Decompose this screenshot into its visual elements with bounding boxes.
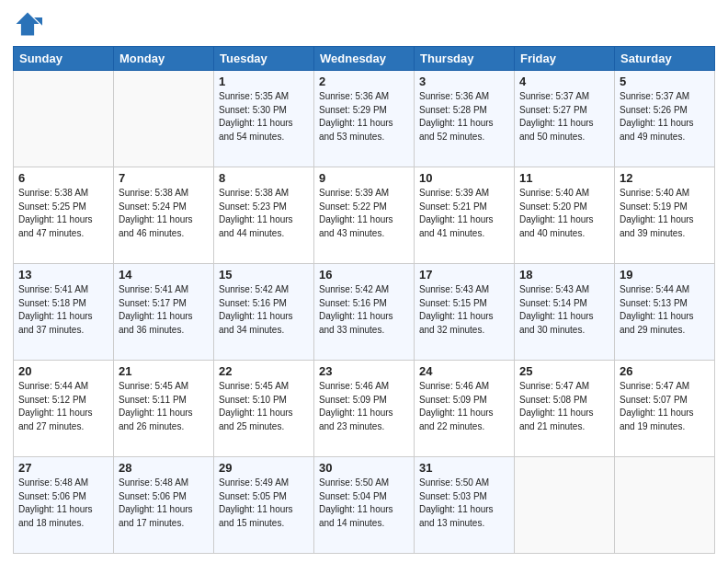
day-info: Sunrise: 5:38 AM Sunset: 5:24 PM Dayligh… (119, 187, 209, 240)
weekday-header-tuesday: Tuesday (214, 47, 314, 71)
day-info: Sunrise: 5:42 AM Sunset: 5:16 PM Dayligh… (219, 283, 309, 337)
day-number: 29 (219, 461, 309, 475)
calendar-week-1: 1Sunrise: 5:35 AM Sunset: 5:30 PM Daylig… (14, 71, 715, 167)
calendar-week-3: 13Sunrise: 5:41 AM Sunset: 5:18 PM Dayli… (14, 264, 715, 361)
day-number: 22 (219, 364, 309, 378)
day-number: 20 (18, 364, 108, 378)
day-info: Sunrise: 5:45 AM Sunset: 5:11 PM Dayligh… (119, 380, 209, 433)
day-number: 8 (219, 171, 309, 185)
day-info: Sunrise: 5:50 AM Sunset: 5:04 PM Dayligh… (319, 477, 409, 530)
day-number: 6 (18, 171, 108, 185)
day-info: Sunrise: 5:37 AM Sunset: 5:26 PM Dayligh… (620, 90, 710, 144)
day-number: 12 (620, 171, 710, 185)
day-info: Sunrise: 5:50 AM Sunset: 5:03 PM Dayligh… (419, 477, 509, 530)
calendar-cell (114, 71, 214, 167)
day-number: 27 (18, 461, 108, 475)
page-header (13, 9, 715, 39)
day-info: Sunrise: 5:35 AM Sunset: 5:30 PM Dayligh… (219, 90, 309, 144)
calendar-cell: 14Sunrise: 5:41 AM Sunset: 5:17 PM Dayli… (114, 264, 214, 361)
calendar-cell: 25Sunrise: 5:47 AM Sunset: 5:08 PM Dayli… (515, 361, 615, 457)
day-info: Sunrise: 5:38 AM Sunset: 5:25 PM Dayligh… (18, 187, 108, 240)
day-number: 9 (319, 171, 409, 185)
day-number: 14 (119, 268, 209, 282)
calendar-cell: 7Sunrise: 5:38 AM Sunset: 5:24 PM Daylig… (114, 167, 214, 264)
day-info: Sunrise: 5:47 AM Sunset: 5:07 PM Dayligh… (620, 380, 710, 433)
calendar-cell: 26Sunrise: 5:47 AM Sunset: 5:07 PM Dayli… (615, 361, 715, 457)
calendar-cell: 4Sunrise: 5:37 AM Sunset: 5:27 PM Daylig… (515, 71, 615, 167)
day-number: 4 (519, 75, 609, 88)
calendar-week-2: 6Sunrise: 5:38 AM Sunset: 5:25 PM Daylig… (14, 167, 715, 264)
weekday-header-thursday: Thursday (415, 47, 515, 71)
svg-marker-0 (17, 13, 40, 36)
calendar-cell: 23Sunrise: 5:46 AM Sunset: 5:09 PM Dayli… (314, 361, 415, 457)
day-info: Sunrise: 5:40 AM Sunset: 5:19 PM Dayligh… (620, 187, 710, 240)
calendar-cell (615, 457, 715, 554)
weekday-header-sunday: Sunday (14, 47, 114, 71)
day-number: 28 (119, 461, 209, 475)
weekday-header-saturday: Saturday (615, 47, 715, 71)
day-number: 3 (419, 75, 509, 88)
day-number: 5 (620, 75, 710, 88)
calendar-cell: 3Sunrise: 5:36 AM Sunset: 5:28 PM Daylig… (415, 71, 515, 167)
calendar-header-row: SundayMondayTuesdayWednesdayThursdayFrid… (14, 47, 715, 71)
calendar-cell: 6Sunrise: 5:38 AM Sunset: 5:25 PM Daylig… (14, 167, 114, 264)
calendar-cell: 10Sunrise: 5:39 AM Sunset: 5:21 PM Dayli… (415, 167, 515, 264)
calendar-cell (14, 71, 114, 167)
calendar-cell: 21Sunrise: 5:45 AM Sunset: 5:11 PM Dayli… (114, 361, 214, 457)
day-number: 7 (119, 171, 209, 185)
day-info: Sunrise: 5:37 AM Sunset: 5:27 PM Dayligh… (519, 90, 609, 144)
calendar-cell: 31Sunrise: 5:50 AM Sunset: 5:03 PM Dayli… (415, 457, 515, 554)
day-info: Sunrise: 5:45 AM Sunset: 5:10 PM Dayligh… (219, 380, 309, 433)
day-info: Sunrise: 5:44 AM Sunset: 5:12 PM Dayligh… (18, 380, 108, 433)
calendar-cell: 11Sunrise: 5:40 AM Sunset: 5:20 PM Dayli… (515, 167, 615, 264)
calendar-cell: 16Sunrise: 5:42 AM Sunset: 5:16 PM Dayli… (314, 264, 415, 361)
day-number: 30 (319, 461, 409, 475)
calendar-cell: 13Sunrise: 5:41 AM Sunset: 5:18 PM Dayli… (14, 264, 114, 361)
day-info: Sunrise: 5:44 AM Sunset: 5:13 PM Dayligh… (620, 283, 710, 337)
day-info: Sunrise: 5:41 AM Sunset: 5:17 PM Dayligh… (119, 283, 209, 337)
calendar-cell: 2Sunrise: 5:36 AM Sunset: 5:29 PM Daylig… (314, 71, 415, 167)
day-info: Sunrise: 5:48 AM Sunset: 5:06 PM Dayligh… (18, 477, 108, 530)
calendar-cell: 27Sunrise: 5:48 AM Sunset: 5:06 PM Dayli… (14, 457, 114, 554)
calendar-cell: 18Sunrise: 5:43 AM Sunset: 5:14 PM Dayli… (515, 264, 615, 361)
day-number: 31 (419, 461, 509, 475)
day-number: 13 (18, 268, 108, 282)
calendar-cell (515, 457, 615, 554)
calendar-cell: 30Sunrise: 5:50 AM Sunset: 5:04 PM Dayli… (314, 457, 415, 554)
day-info: Sunrise: 5:36 AM Sunset: 5:29 PM Dayligh… (319, 90, 409, 144)
calendar-cell: 8Sunrise: 5:38 AM Sunset: 5:23 PM Daylig… (214, 167, 314, 264)
day-number: 21 (119, 364, 209, 378)
day-info: Sunrise: 5:48 AM Sunset: 5:06 PM Dayligh… (119, 477, 209, 530)
day-number: 17 (419, 268, 509, 282)
weekday-header-monday: Monday (114, 47, 214, 71)
day-number: 18 (519, 268, 609, 282)
day-info: Sunrise: 5:36 AM Sunset: 5:28 PM Dayligh… (419, 90, 509, 144)
calendar-table: SundayMondayTuesdayWednesdayThursdayFrid… (13, 46, 715, 554)
calendar-cell: 29Sunrise: 5:49 AM Sunset: 5:05 PM Dayli… (214, 457, 314, 554)
calendar-cell: 19Sunrise: 5:44 AM Sunset: 5:13 PM Dayli… (615, 264, 715, 361)
day-info: Sunrise: 5:39 AM Sunset: 5:21 PM Dayligh… (419, 187, 509, 240)
calendar-week-5: 27Sunrise: 5:48 AM Sunset: 5:06 PM Dayli… (14, 457, 715, 554)
day-number: 16 (319, 268, 409, 282)
day-number: 2 (319, 75, 409, 88)
day-number: 25 (519, 364, 609, 378)
day-info: Sunrise: 5:46 AM Sunset: 5:09 PM Dayligh… (319, 380, 409, 433)
calendar-cell: 28Sunrise: 5:48 AM Sunset: 5:06 PM Dayli… (114, 457, 214, 554)
day-info: Sunrise: 5:39 AM Sunset: 5:22 PM Dayligh… (319, 187, 409, 240)
calendar-cell: 24Sunrise: 5:46 AM Sunset: 5:09 PM Dayli… (415, 361, 515, 457)
day-info: Sunrise: 5:40 AM Sunset: 5:20 PM Dayligh… (519, 187, 609, 240)
calendar-cell: 9Sunrise: 5:39 AM Sunset: 5:22 PM Daylig… (314, 167, 415, 264)
day-info: Sunrise: 5:41 AM Sunset: 5:18 PM Dayligh… (18, 283, 108, 337)
calendar-cell: 12Sunrise: 5:40 AM Sunset: 5:19 PM Dayli… (615, 167, 715, 264)
day-number: 15 (219, 268, 309, 282)
day-info: Sunrise: 5:38 AM Sunset: 5:23 PM Dayligh… (219, 187, 309, 240)
logo-icon (13, 9, 42, 39)
day-number: 10 (419, 171, 509, 185)
calendar-cell: 22Sunrise: 5:45 AM Sunset: 5:10 PM Dayli… (214, 361, 314, 457)
day-number: 1 (219, 75, 309, 88)
day-number: 19 (620, 268, 710, 282)
calendar-cell: 1Sunrise: 5:35 AM Sunset: 5:30 PM Daylig… (214, 71, 314, 167)
weekday-header-friday: Friday (515, 47, 615, 71)
day-info: Sunrise: 5:47 AM Sunset: 5:08 PM Dayligh… (519, 380, 609, 433)
day-info: Sunrise: 5:43 AM Sunset: 5:15 PM Dayligh… (419, 283, 509, 337)
